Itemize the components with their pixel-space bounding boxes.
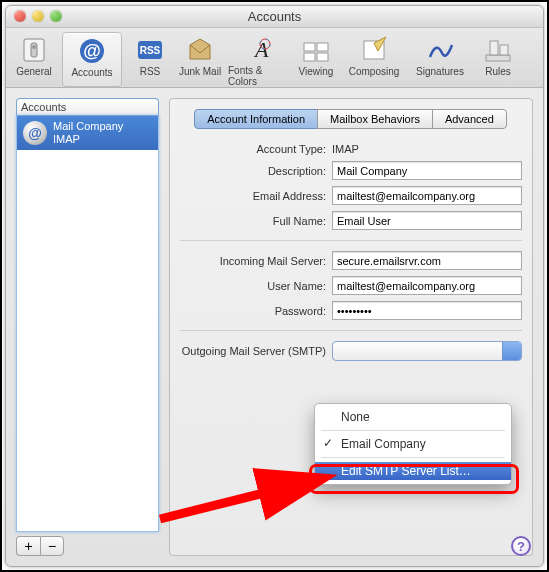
popup-separator <box>321 430 505 431</box>
switch-icon <box>17 34 51 66</box>
smtp-label: Outgoing Mail Server (SMTP) <box>180 345 332 357</box>
toolbar-general[interactable]: General <box>12 32 56 87</box>
svg-rect-17 <box>500 45 508 55</box>
tab-mailbox-behaviors[interactable]: Mailbox Behaviors <box>317 109 433 129</box>
help-button[interactable]: ? <box>511 536 531 556</box>
toolbar-signatures[interactable]: Signatures <box>410 32 470 87</box>
svg-point-2 <box>32 45 36 49</box>
description-field[interactable] <box>332 161 522 180</box>
username-field[interactable] <box>332 276 522 295</box>
popup-separator <box>321 457 505 458</box>
zoom-window-button[interactable] <box>50 10 62 22</box>
toolbar-rules[interactable]: Rules <box>476 32 520 87</box>
smtp-option-none[interactable]: None <box>315 408 511 426</box>
toolbar-fonts-colors[interactable]: A Fonts & Colors <box>228 32 288 87</box>
account-name: Mail Company <box>53 120 123 133</box>
toolbar-rss[interactable]: RSS RSS <box>128 32 172 87</box>
fullname-field[interactable] <box>332 211 522 230</box>
description-label: Description: <box>180 165 332 177</box>
accounts-header: Accounts <box>16 98 159 115</box>
composing-icon <box>357 34 391 66</box>
smtp-server-dropdown[interactable] <box>332 341 522 361</box>
account-type-label: Account Type: <box>180 143 332 155</box>
account-detail-pane: Account Information Mailbox Behaviors Ad… <box>169 98 533 556</box>
at-icon: @ <box>75 35 109 67</box>
incoming-server-field[interactable] <box>332 251 522 270</box>
account-list-item[interactable]: @ Mail Company IMAP <box>17 116 158 150</box>
separator <box>180 240 522 241</box>
signatures-icon <box>423 34 457 66</box>
email-field[interactable] <box>332 186 522 205</box>
password-field[interactable] <box>332 301 522 320</box>
minimize-window-button[interactable] <box>32 10 44 22</box>
toolbar-accounts[interactable]: @ Accounts <box>62 32 122 87</box>
smtp-option-edit-list[interactable]: Edit SMTP Server List… <box>315 462 511 480</box>
svg-rect-16 <box>490 41 498 55</box>
account-type-value: IMAP <box>332 143 522 155</box>
svg-rect-15 <box>486 55 510 61</box>
smtp-popup-menu: None Email Company Edit SMTP Server List… <box>314 403 512 485</box>
titlebar: Accounts <box>6 6 543 28</box>
svg-rect-12 <box>304 53 315 61</box>
username-label: User Name: <box>180 280 332 292</box>
fonts-colors-icon: A <box>241 34 275 65</box>
svg-rect-13 <box>317 53 328 61</box>
svg-text:@: @ <box>83 41 101 61</box>
add-account-button[interactable]: + <box>16 536 40 556</box>
smtp-option-email-company[interactable]: Email Company <box>315 435 511 453</box>
window-title: Accounts <box>248 9 301 24</box>
svg-rect-11 <box>317 43 328 51</box>
toolbar-viewing[interactable]: Viewing <box>294 32 338 87</box>
svg-line-18 <box>160 479 320 519</box>
svg-text:RSS: RSS <box>140 45 161 56</box>
remove-account-button[interactable]: − <box>40 536 64 556</box>
at-icon: @ <box>23 121 47 145</box>
close-window-button[interactable] <box>14 10 26 22</box>
account-type: IMAP <box>53 133 123 146</box>
fullname-label: Full Name: <box>180 215 332 227</box>
separator <box>180 330 522 331</box>
viewing-icon <box>299 34 333 66</box>
toolbar-composing[interactable]: Composing <box>344 32 404 87</box>
accounts-list[interactable]: @ Mail Company IMAP <box>16 115 159 532</box>
incoming-label: Incoming Mail Server: <box>180 255 332 267</box>
rules-icon <box>481 34 515 66</box>
tab-advanced[interactable]: Advanced <box>432 109 507 129</box>
junk-mail-icon <box>183 34 217 66</box>
password-label: Password: <box>180 305 332 317</box>
tab-account-information[interactable]: Account Information <box>194 109 318 129</box>
svg-rect-10 <box>304 43 315 51</box>
toolbar: General @ Accounts RSS RSS Junk Mail <box>6 28 543 88</box>
rss-icon: RSS <box>133 34 167 66</box>
email-label: Email Address: <box>180 190 332 202</box>
toolbar-junkmail[interactable]: Junk Mail <box>178 32 222 87</box>
